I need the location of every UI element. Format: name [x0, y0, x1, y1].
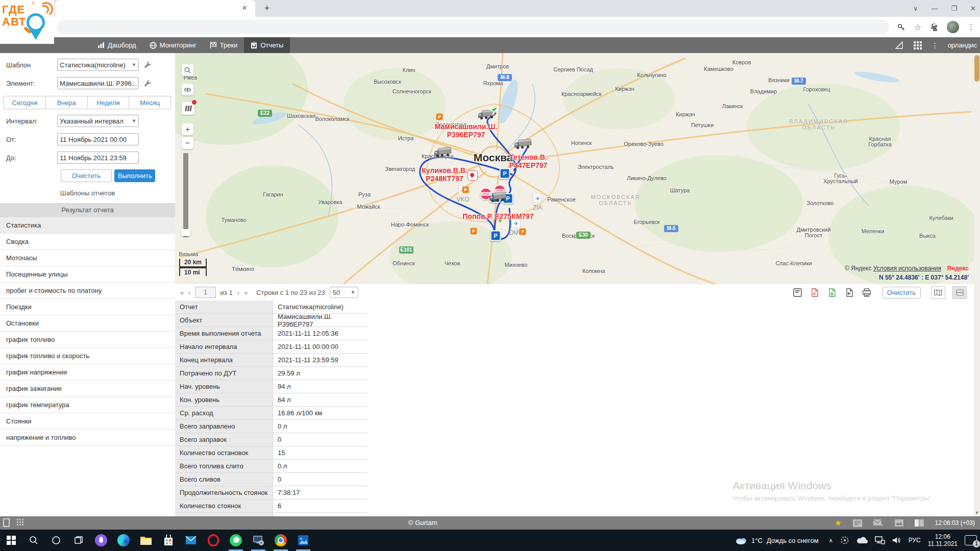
report-list-item[interactable]: Остановки [0, 315, 175, 332]
microsoft-store-icon[interactable] [157, 530, 180, 551]
taskbar-weather[interactable]: 1°C Дождь со снегом [735, 536, 819, 544]
table-row[interactable]: Всего сливов 0 [175, 473, 368, 486]
interval-select[interactable]: Указанный интервал▼ [57, 115, 139, 127]
browser-menu-icon[interactable]: ⋮ [967, 22, 975, 32]
taskbar-search-icon[interactable] [22, 530, 45, 551]
table-row[interactable]: Потрачено по ДУТ 29.59 л [175, 367, 368, 380]
report-list-item[interactable]: Статистика [0, 217, 175, 234]
export-file-icon[interactable] [844, 287, 854, 297]
report-list-item[interactable]: график топливо и скорость [0, 348, 175, 364]
vehicle-label[interactable]: Мамисашвили.Ш. Р396ЕР797 [435, 122, 498, 139]
columns-icon[interactable] [915, 519, 924, 527]
start-button[interactable] [0, 530, 22, 551]
table-row[interactable]: Продолжительность стоянок 7:38:17 [175, 486, 368, 499]
element-settings-wrench-icon[interactable] [144, 80, 152, 87]
print-icon[interactable] [862, 287, 872, 297]
period-button[interactable]: Сегодня [4, 96, 46, 109]
from-datetime-input[interactable]: 11 Ноябрь 2021 00:00 [57, 133, 139, 145]
table-row[interactable]: Начало интервала 2021-11-11 00:00:00 [175, 340, 368, 354]
password-key-icon[interactable] [897, 22, 906, 32]
nav-menu-dots-icon[interactable]: ⋮ [932, 41, 939, 49]
table-row[interactable]: Нач. уровень 94 л [175, 380, 368, 393]
notes-icon[interactable] [853, 519, 862, 527]
action-center-icon[interactable]: 1 [965, 535, 977, 545]
templates-header[interactable]: Шаблоны отчетов [0, 189, 175, 197]
prev-page-button[interactable]: ‹ [188, 289, 190, 296]
report-list-item[interactable]: график напряжение [0, 364, 175, 381]
page-number-input[interactable]: 1 [195, 287, 216, 298]
report-list-item[interactable]: Стоянки [0, 413, 175, 430]
window-restore-button[interactable]: ❐ [951, 5, 957, 12]
url-input[interactable] [57, 20, 889, 34]
profile-avatar[interactable] [947, 21, 959, 33]
image-icon[interactable] [895, 519, 903, 527]
tray-network-icon[interactable] [875, 536, 885, 544]
user-name[interactable]: орландис [948, 41, 977, 49]
truck-icon[interactable] [488, 190, 508, 206]
table-row[interactable]: Всего заправлено 0 л [175, 420, 368, 433]
execute-button[interactable]: Выполнить [114, 169, 155, 182]
ruler-tool-icon[interactable] [895, 41, 904, 49]
next-page-button[interactable]: › [237, 289, 239, 296]
parking-marker-icon[interactable]: P [500, 168, 510, 179]
period-button[interactable]: Месяц [129, 96, 171, 109]
edge-browser-icon[interactable] [112, 530, 135, 551]
table-row[interactable]: Отчет Статистика(microline) [175, 300, 368, 314]
last-page-button[interactable]: » [244, 289, 248, 296]
report-list-item[interactable]: график топливо [0, 332, 175, 348]
map-zoom-in-button[interactable]: + [182, 123, 193, 135]
page-size-select[interactable]: 50▼ [330, 287, 358, 298]
table-row[interactable]: Объект Мамисашвили.Ш. Р396ЕР797 [175, 314, 368, 327]
table-row[interactable]: Кон. уровень 64 л [175, 393, 368, 407]
first-page-button[interactable]: « [180, 289, 184, 296]
photos-app-icon[interactable] [292, 530, 314, 551]
vehicle-label[interactable]: Куликов.В.В. Р248КТ797 [422, 166, 468, 183]
tray-onedrive-icon[interactable] [856, 537, 868, 544]
map-timeline-slider[interactable] [183, 153, 188, 237]
vehicle-label[interactable]: Тетенов.В. Р447ЕР797 [509, 153, 548, 169]
window-close-button[interactable]: ✕ [970, 5, 976, 12]
table-row[interactable]: Всего топлива слито 0 л [175, 460, 368, 473]
footer-grid-icon[interactable] [17, 519, 24, 527]
table-row[interactable]: Время выполнения отчета 2021-11-11 12:05… [175, 327, 368, 340]
task-view-icon[interactable] [67, 530, 90, 551]
slider-handle[interactable] [181, 229, 190, 236]
report-list-item[interactable]: Сводка [0, 234, 175, 250]
period-button[interactable]: Неделя [87, 96, 130, 109]
nav-tab-dashboard[interactable]: Дашборд [91, 37, 143, 53]
window-minimize-button[interactable]: — [931, 5, 938, 12]
to-datetime-input[interactable]: 11 Ноябрь 2021 23:59 [57, 152, 139, 164]
table-row[interactable]: Количество остановок 15 [175, 446, 368, 460]
template-select[interactable]: Статистика(microline)▼ [57, 59, 139, 71]
map-canvas[interactable]: РжевШаховскаяВолоколамскКлинВысоковскСол… [175, 53, 974, 284]
result-header[interactable]: Результат отчета [0, 203, 175, 217]
whatsapp-icon[interactable] [225, 530, 247, 551]
report-list-item[interactable]: пробег и стоимость по платону [0, 283, 175, 299]
mail-app-icon[interactable] [180, 530, 202, 551]
star-favorite-icon[interactable]: ★ [835, 518, 841, 528]
table-row[interactable]: Ср. расход 16.86 л/100 км [175, 407, 368, 420]
table-row[interactable]: Всего заправок 0 [175, 433, 368, 446]
split-view-toggle[interactable] [952, 286, 967, 299]
clear-button[interactable]: Очистить [61, 169, 112, 182]
footer-monitor-icon[interactable] [3, 518, 12, 527]
nav-tab-tracks[interactable]: Треки [203, 37, 244, 53]
report-list-item[interactable]: Поездки [0, 299, 175, 315]
mail-notification-icon[interactable] [873, 519, 884, 527]
map-zoom-out-button[interactable]: − [182, 137, 193, 149]
tray-teams-icon[interactable] [840, 536, 849, 545]
table-row[interactable]: Конец интервала 2021-11-11 23:59:59 [175, 354, 368, 367]
report-list-item[interactable]: напряжение и топливо [0, 430, 175, 446]
map-visibility-eye-button[interactable] [182, 84, 193, 95]
parking-marker-icon[interactable]: P [491, 231, 501, 241]
report-list-item[interactable]: Моточасы [0, 250, 175, 266]
bookmark-star-icon[interactable]: ☆ [914, 22, 921, 32]
export-excel-icon[interactable] [827, 287, 837, 297]
map-search-button[interactable] [182, 64, 193, 76]
taskbar-clock[interactable]: 12:06 11.11.2021 [928, 533, 958, 547]
yandex-disk-icon[interactable] [90, 530, 112, 551]
nav-tab-monitoring[interactable]: Мониторинг [143, 37, 203, 53]
tab-close-icon[interactable]: ✕ [240, 4, 249, 13]
truck-icon[interactable] [513, 137, 533, 153]
language-indicator[interactable]: РУС [909, 537, 921, 544]
